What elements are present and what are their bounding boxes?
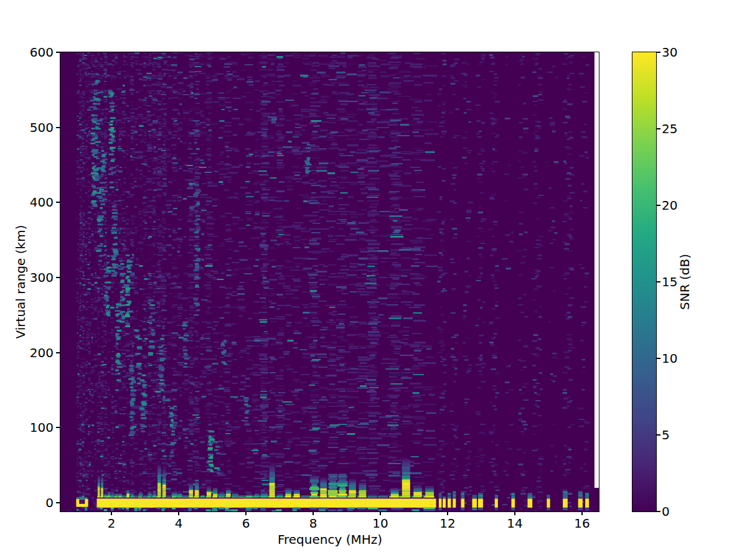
x-tick-mark	[514, 511, 515, 515]
x-tick-mark	[447, 511, 448, 515]
colorbar-tick-label: 15	[662, 275, 693, 289]
y-tick-label: 400	[19, 195, 54, 209]
x-tick-label: 10	[362, 516, 399, 530]
x-tick-mark	[111, 511, 112, 515]
y-tick-mark	[56, 277, 60, 278]
colorbar-tick-mark	[657, 511, 660, 512]
colorbar-tick-mark	[657, 205, 660, 206]
y-tick-mark	[56, 502, 60, 503]
y-tick-label: 100	[19, 421, 54, 434]
colorbar	[632, 52, 657, 512]
colorbar-tick-mark	[657, 52, 660, 53]
x-tick-mark	[245, 511, 247, 515]
colorbar-tick-mark	[657, 281, 660, 282]
y-tick-mark	[56, 52, 60, 53]
x-tick-label: 16	[563, 516, 601, 530]
x-tick-label: 2	[93, 516, 130, 530]
colorbar-tick-label: 25	[662, 122, 693, 136]
y-tick-label: 0	[19, 496, 54, 510]
ionogram-figure: IRF Uppsala SDR Ionosonde UP158 2026-02-…	[0, 0, 747, 560]
y-tick-label: 600	[19, 45, 54, 59]
y-tick-mark	[56, 127, 60, 128]
x-tick-label: 4	[160, 516, 197, 530]
x-tick-label: 12	[429, 516, 466, 530]
x-tick-label: 8	[294, 516, 332, 530]
x-tick-label: 14	[496, 516, 533, 530]
y-tick-label: 300	[19, 271, 54, 284]
colorbar-canvas	[632, 52, 656, 511]
y-tick-mark	[56, 427, 60, 428]
y-tick-label: 500	[19, 121, 54, 134]
x-tick-mark	[581, 511, 583, 515]
x-tick-mark	[178, 511, 179, 515]
colorbar-tick-label: 5	[662, 428, 693, 442]
colorbar-tick-label: 0	[662, 505, 693, 518]
y-tick-label: 200	[19, 346, 54, 360]
colorbar-tick-label: 30	[662, 45, 693, 59]
plot-area	[60, 52, 599, 512]
y-tick-mark	[56, 202, 60, 203]
x-tick-mark	[312, 511, 314, 515]
colorbar-tick-mark	[657, 358, 660, 359]
colorbar-tick-mark	[657, 434, 660, 436]
x-tick-label: 6	[227, 516, 265, 530]
y-tick-mark	[56, 352, 60, 353]
colorbar-tick-label: 20	[662, 198, 693, 212]
x-axis-label: Frequency (MHz)	[60, 532, 599, 547]
colorbar-tick-mark	[657, 128, 660, 129]
colorbar-tick-label: 10	[662, 352, 693, 365]
heatmap-canvas	[60, 52, 599, 511]
x-tick-mark	[380, 511, 381, 515]
